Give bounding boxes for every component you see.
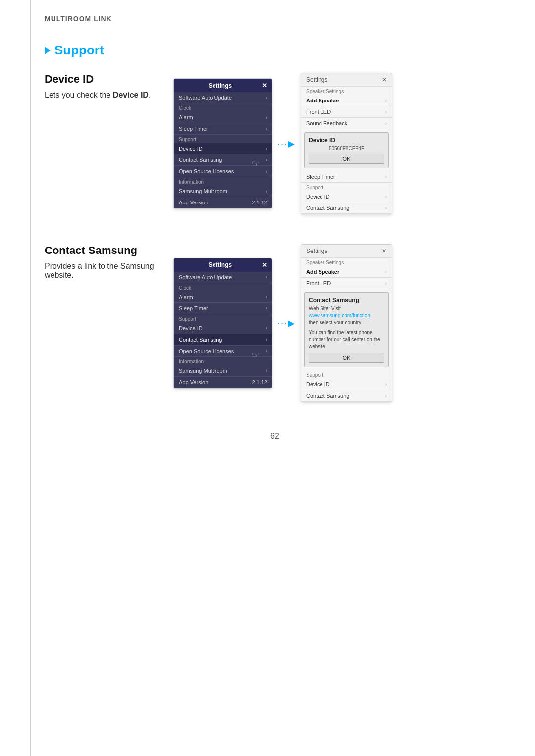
chevron-icon: ›: [385, 269, 387, 275]
panel3-body: Software Auto Update › Clock Alarm › Sle…: [174, 272, 272, 388]
chevron-icon: ›: [385, 98, 387, 103]
chevron-icon: ›: [266, 95, 267, 101]
chevron-icon: ›: [385, 109, 387, 115]
chevron-icon: ›: [385, 174, 387, 180]
settings-item-alarm[interactable]: Alarm ›: [174, 112, 272, 123]
contact-dialog-ok-button[interactable]: OK: [309, 353, 384, 363]
triangle-icon: [45, 47, 51, 54]
result-section-speaker2: Speaker Settings: [301, 258, 392, 266]
chevron-icon: ›: [266, 157, 267, 163]
result-panel2-header: Settings ✕: [301, 245, 392, 258]
result-section-speaker: Speaker Settings: [301, 87, 392, 95]
device-id-feature: Device ID Lets you check the Device ID. …: [45, 73, 505, 214]
chevron-icon: ›: [385, 121, 387, 126]
chevron-icon: ›: [266, 146, 267, 151]
section-label-support2: Support: [174, 314, 272, 323]
result-panel2-body: Speaker Settings Add Speaker › Front LED…: [301, 258, 392, 402]
settings-item-alarm2[interactable]: Alarm ›: [174, 292, 272, 303]
result-item-add-speaker[interactable]: Add Speaker ›: [301, 95, 392, 106]
chevron-icon: ›: [266, 126, 267, 132]
result-item-front-led2[interactable]: Front LED ›: [301, 278, 392, 289]
page-number: 62: [45, 432, 505, 460]
result-item-add-speaker2[interactable]: Add Speaker ›: [301, 266, 392, 278]
settings-item-device-id2[interactable]: Device ID ›: [174, 323, 272, 334]
section-label-support: Support: [174, 135, 272, 143]
contact-samsung-panel1: Settings ✕ Software Auto Update › Clock …: [173, 258, 272, 389]
section-label-clock2: Clock: [174, 283, 272, 292]
contact-samsung-screenshots: Settings ✕ Software Auto Update › Clock …: [173, 244, 505, 402]
chevron-icon: ›: [266, 368, 267, 373]
settings-item-software-auto-update2[interactable]: Software Auto Update ›: [174, 272, 272, 283]
settings-item-device-id[interactable]: Device ID ›: [174, 143, 272, 154]
left-border: [30, 0, 31, 756]
chevron-icon: ›: [385, 205, 387, 211]
settings-item-software-auto-update[interactable]: Software Auto Update ›: [174, 92, 272, 103]
settings-item-contact-samsung2[interactable]: Contact Samsung ›: [174, 334, 272, 346]
chevron-icon: ›: [266, 294, 267, 300]
chevron-icon: ›: [266, 274, 267, 280]
chevron-icon: ›: [266, 169, 267, 174]
section-label-clock: Clock: [174, 103, 272, 112]
panel3-header: Settings ✕: [174, 258, 272, 272]
result-section-support2: Support: [301, 370, 392, 379]
close-icon[interactable]: ✕: [382, 76, 387, 83]
contact-dialog-text1: Web Site: Visit www.samsung.com/function…: [309, 305, 384, 326]
result-item-device-id[interactable]: Device ID ›: [301, 191, 392, 202]
result-item-sleep-timer[interactable]: Sleep Timer ›: [301, 171, 392, 183]
contact-samsung-dialog: Contact Samsung Web Site: Visit www.sams…: [304, 292, 389, 367]
settings-item-samsung-multiroom2[interactable]: Samsung Multiroom ›: [174, 365, 272, 377]
result-panel-2: Settings ✕ Speaker Settings Add Speaker …: [301, 244, 392, 402]
chevron-icon: ›: [266, 337, 267, 342]
device-id-screenshots: Settings ✕ Software Auto Update › Clock …: [173, 73, 505, 214]
device-id-dialog: Device ID 50568F8CEF4F OK: [304, 132, 389, 168]
chevron-icon: ›: [385, 382, 387, 387]
chevron-icon: ›: [385, 281, 387, 286]
result-panel1-header: Settings ✕: [301, 73, 392, 87]
support-section-title: Support: [45, 43, 505, 58]
chevron-icon: ›: [385, 393, 387, 399]
contact-samsung-feature: Contact Samsung Provides a link to the S…: [45, 244, 505, 402]
result-item-contact-samsung-bottom[interactable]: Contact Samsung ›: [301, 390, 392, 402]
contact-samsung-panel2: Settings ✕ Speaker Settings Add Speaker …: [301, 244, 392, 402]
chevron-icon: ›: [266, 115, 267, 120]
chevron-icon: ›: [266, 348, 267, 353]
result-item-contact-samsung[interactable]: Contact Samsung ›: [301, 202, 392, 214]
contact-dialog-title: Contact Samsung: [309, 297, 384, 303]
result-section-support: Support: [301, 183, 392, 191]
chevron-icon: ›: [266, 305, 267, 311]
cursor-hand-icon: ☞: [252, 350, 260, 360]
settings-item-sleep-timer2[interactable]: Sleep Timer ›: [174, 303, 272, 314]
cursor-hand-icon: ☞: [252, 158, 260, 169]
settings-item-samsung-multiroom[interactable]: Samsung Multiroom ›: [174, 186, 272, 197]
device-id-panel2: Settings ✕ Speaker Settings Add Speaker …: [301, 73, 392, 214]
settings-panel-3: Settings ✕ Software Auto Update › Clock …: [173, 258, 272, 389]
contact-samsung-title: Contact Samsung: [45, 244, 163, 257]
panel1-header: Settings ✕: [174, 79, 272, 92]
settings-item-open-source2[interactable]: Open Source Licenses › ☞: [174, 346, 272, 357]
settings-item-contact-samsung[interactable]: Contact Samsung › ☞: [174, 154, 272, 166]
close-icon[interactable]: ✕: [262, 82, 267, 89]
contact-dialog-text2: You can find the latest phone number for…: [309, 329, 384, 350]
arrow-dots-2: ···▶: [277, 318, 296, 329]
result-panel1-body: Speaker Settings Add Speaker › Front LED…: [301, 87, 392, 214]
settings-panel-1: Settings ✕ Software Auto Update › Clock …: [173, 78, 272, 209]
dialog-ok-button[interactable]: OK: [309, 154, 384, 164]
settings-item-app-version: App Version 2.1.12: [174, 197, 272, 208]
result-item-device-id2[interactable]: Device ID ›: [301, 379, 392, 390]
result-item-sound-feedback[interactable]: Sound Feedback ›: [301, 118, 392, 129]
close-icon[interactable]: ✕: [382, 248, 387, 254]
result-item-front-led[interactable]: Front LED ›: [301, 106, 392, 118]
settings-item-app-version2: App Version 2.1.12: [174, 377, 272, 388]
chevron-icon: ›: [266, 189, 267, 194]
arrow-dots-1: ···▶: [277, 138, 296, 149]
section-label-information: Information: [174, 177, 272, 186]
result-panel-1: Settings ✕ Speaker Settings Add Speaker …: [301, 73, 392, 214]
chevron-icon: ›: [266, 325, 267, 331]
samsung-website-link[interactable]: www.samsung.com/function,: [309, 313, 372, 318]
contact-samsung-description: Provides a link to the Samsung website.: [45, 262, 163, 280]
page-header-label: MULTIROOM LINK: [45, 15, 505, 23]
close-icon[interactable]: ✕: [262, 261, 267, 269]
settings-item-sleep-timer[interactable]: Sleep Timer ›: [174, 123, 272, 135]
panel1-body: Software Auto Update › Clock Alarm › Sle…: [174, 92, 272, 208]
dialog-id-value: 50568F8CEF4F: [309, 146, 384, 151]
